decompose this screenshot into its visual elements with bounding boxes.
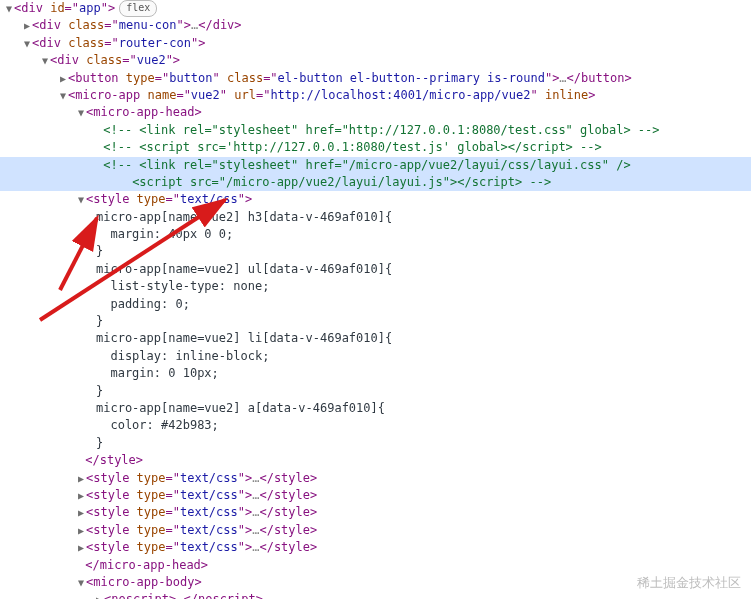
watermark: 稀土掘金技术社区 (637, 574, 741, 593)
caret-collapsed-icon[interactable]: ▶ (96, 593, 104, 599)
css-text[interactable]: margin: 0 10px; (0, 365, 751, 382)
css-text[interactable]: micro-app[name=vue2] ul[data-v-469af010]… (0, 261, 751, 278)
node-div-menu-con[interactable]: ▶<div class="menu-con">…</div> (0, 17, 751, 34)
comment-node[interactable]: <!-- <link rel="stylesheet" href="http:/… (0, 122, 751, 139)
node-micro-app-head[interactable]: ▼<micro-app-head> (0, 104, 751, 121)
css-text[interactable]: } (0, 243, 751, 260)
css-text[interactable]: color: #42b983; (0, 417, 751, 434)
flex-badge: flex (119, 0, 157, 17)
comment-node-selected[interactable]: <script src="/micro-app/vue2/layui/layui… (0, 174, 751, 191)
caret-expanded-icon[interactable]: ▼ (24, 37, 32, 52)
caret-expanded-icon[interactable]: ▼ (60, 89, 68, 104)
css-text[interactable]: micro-app[name=vue2] a[data-v-469af010]{ (0, 400, 751, 417)
css-text[interactable]: padding: 0; (0, 296, 751, 313)
caret-collapsed-icon[interactable]: ▶ (78, 489, 86, 504)
node-style-collapsed[interactable]: ▶<style type="text/css">…</style> (0, 522, 751, 539)
css-text[interactable]: } (0, 383, 751, 400)
caret-collapsed-icon[interactable]: ▶ (78, 506, 86, 521)
node-style-collapsed[interactable]: ▶<style type="text/css">…</style> (0, 487, 751, 504)
node-div-vue2[interactable]: ▼<div class="vue2"> (0, 52, 751, 69)
caret-expanded-icon[interactable]: ▼ (78, 193, 86, 208)
caret-collapsed-icon[interactable]: ▶ (60, 72, 68, 87)
caret-expanded-icon[interactable]: ▼ (42, 54, 50, 69)
caret-expanded-icon[interactable]: ▼ (78, 106, 86, 121)
css-text[interactable]: micro-app[name=vue2] h3[data-v-469af010]… (0, 209, 751, 226)
caret-expanded-icon[interactable]: ▼ (6, 2, 14, 17)
caret-collapsed-icon[interactable]: ▶ (24, 19, 32, 34)
css-text[interactable]: } (0, 313, 751, 330)
css-text[interactable]: micro-app[name=vue2] li[data-v-469af010]… (0, 330, 751, 347)
elements-tree: ▼<div id="app">flex ▶<div class="menu-co… (0, 0, 751, 599)
css-text[interactable]: display: inline-block; (0, 348, 751, 365)
caret-collapsed-icon[interactable]: ▶ (78, 541, 86, 556)
node-button[interactable]: ▶<button type="button" class="el-button … (0, 70, 751, 87)
caret-collapsed-icon[interactable]: ▶ (78, 472, 86, 487)
caret-collapsed-icon[interactable]: ▶ (78, 524, 86, 539)
node-micro-app-head-close[interactable]: </micro-app-head> (0, 557, 751, 574)
caret-expanded-icon[interactable]: ▼ (78, 576, 86, 591)
node-style-collapsed[interactable]: ▶<style type="text/css">…</style> (0, 470, 751, 487)
node-div-app[interactable]: ▼<div id="app">flex (0, 0, 751, 17)
node-micro-app[interactable]: ▼<micro-app name="vue2" url="http://loca… (0, 87, 751, 104)
node-style-collapsed[interactable]: ▶<style type="text/css">…</style> (0, 539, 751, 556)
comment-node[interactable]: <!-- <script src='http://127.0.0.1:8080/… (0, 139, 751, 156)
node-div-router-con[interactable]: ▼<div class="router-con"> (0, 35, 751, 52)
node-style-collapsed[interactable]: ▶<style type="text/css">…</style> (0, 504, 751, 521)
css-text[interactable]: } (0, 435, 751, 452)
node-style-close[interactable]: </style> (0, 452, 751, 469)
css-text[interactable]: list-style-type: none; (0, 278, 751, 295)
node-style-expanded[interactable]: ▼<style type="text/css"> (0, 191, 751, 208)
css-text[interactable]: margin: 40px 0 0; (0, 226, 751, 243)
comment-node-selected[interactable]: <!-- <link rel="stylesheet" href="/micro… (0, 157, 751, 174)
